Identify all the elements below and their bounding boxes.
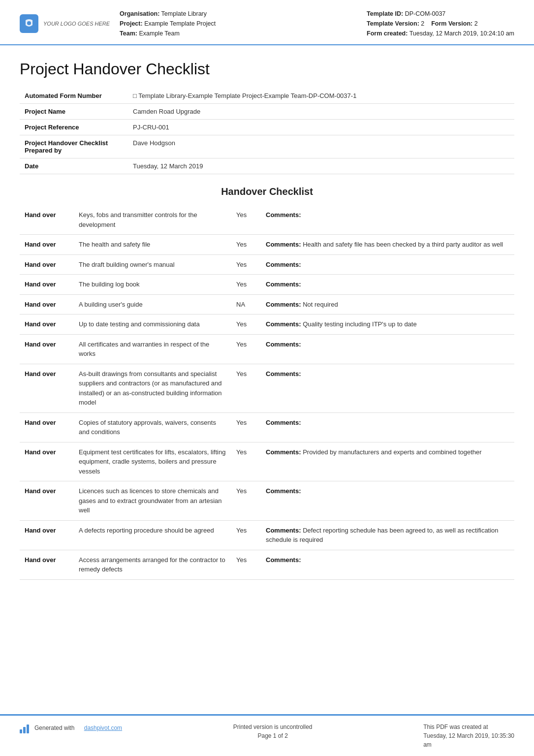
header-meta: Organisation: Template Library Project: … — [120, 9, 357, 38]
checklist-row: Hand overAll certificates and warranties… — [20, 334, 514, 364]
checklist-row: Hand overA building user's guideNACommen… — [20, 294, 514, 315]
svg-point-0 — [27, 21, 31, 25]
page: YOUR LOGO GOES HERE Organisation: Templa… — [0, 0, 534, 756]
header-right: Template ID: DP-COM-0037 Template Versio… — [367, 9, 514, 38]
comments-label: Comments: — [266, 211, 301, 219]
comments-label: Comments: — [266, 281, 301, 288]
checklist-description: Copies of statutory approvals, waivers, … — [74, 412, 231, 442]
checklist-handover-label: Hand over — [20, 412, 74, 442]
checklist-description: A building user's guide — [74, 294, 231, 315]
template-id-label: Template ID: — [367, 10, 403, 17]
checklist-description: All certificates and warranties in respe… — [74, 334, 231, 364]
info-label: Date — [20, 158, 128, 174]
team-label: Team: — [120, 30, 137, 37]
checklist-status: Yes — [231, 275, 261, 295]
template-version-value: 2 — [421, 20, 424, 27]
comments-value: Provided by manufacturers and experts an… — [303, 448, 482, 456]
comments-label: Comments: — [266, 320, 303, 328]
checklist-status: Yes — [231, 254, 261, 275]
template-id-value: DP-COM-0037 — [405, 10, 446, 17]
checklist-handover-label: Hand over — [20, 275, 74, 295]
checklist-description: Access arrangements arranged for the con… — [74, 550, 231, 579]
page-title: Project Handover Checklist — [20, 60, 514, 78]
checklist-comments: Comments: — [261, 481, 514, 521]
checklist-comments: Comments: Defect reporting schedule has … — [261, 520, 514, 550]
comments-label: Comments: — [266, 301, 303, 308]
form-version-label: Form Version: — [431, 20, 472, 27]
checklist-description: Equipment test certificates for lifts, e… — [74, 442, 231, 481]
checklist-row: Hand overCopies of statutory approvals, … — [20, 412, 514, 442]
checklist-status: Yes — [231, 412, 261, 442]
info-row: DateTuesday, 12 March 2019 — [20, 158, 514, 174]
comments-label: Comments: — [266, 241, 303, 248]
checklist-status: NA — [231, 294, 261, 315]
checklist-comments: Comments: Health and safety file has bee… — [261, 235, 514, 255]
checklist-handover-label: Hand over — [20, 315, 74, 335]
comments-label: Comments: — [266, 527, 303, 534]
checklist-row: Hand overA defects reporting procedure s… — [20, 520, 514, 550]
comments-label: Comments: — [266, 448, 303, 456]
checklist-handover-label: Hand over — [20, 294, 74, 315]
comments-label: Comments: — [266, 556, 301, 564]
comments-label: Comments: — [266, 487, 301, 495]
comments-label: Comments: — [266, 341, 301, 348]
footer: Generated with dashpivot.com Printed ver… — [0, 714, 534, 756]
checklist-comments: Comments: — [261, 205, 514, 235]
project-value: Example Template Project — [144, 20, 216, 27]
checklist-comments: Comments: — [261, 275, 514, 295]
checklist-row: Hand overAccess arrangements arranged fo… — [20, 550, 514, 579]
logo-area: YOUR LOGO GOES HERE — [20, 14, 110, 33]
info-row: Project Handover Checklist Prepared byDa… — [20, 135, 514, 158]
checklist-comments: Comments: — [261, 334, 514, 364]
form-created-row: Form created: Tuesday, 12 March 2019, 10… — [367, 29, 514, 38]
checklist-status: Yes — [231, 235, 261, 255]
checklist-row: Hand overUp to date testing and commissi… — [20, 315, 514, 335]
checklist-handover-label: Hand over — [20, 442, 74, 481]
info-row: Automated Form Number□ Template Library-… — [20, 88, 514, 104]
form-created-value: Tuesday, 12 March 2019, 10:24:10 am — [409, 30, 514, 37]
template-id-row: Template ID: DP-COM-0037 — [367, 9, 514, 19]
checklist-description: As-built drawings from consultants and s… — [74, 364, 231, 412]
checklist-description: The health and safety file — [74, 235, 231, 255]
info-value: Dave Hodgson — [128, 135, 514, 158]
info-value: PJ-CRU-001 — [128, 120, 514, 135]
checklist-comments: Comments: Quality testing including ITP'… — [261, 315, 514, 335]
header-team: Team: Example Team — [120, 29, 357, 38]
checklist-status: Yes — [231, 205, 261, 235]
checklist-status: Yes — [231, 520, 261, 550]
footer-generated-text: Generated with — [34, 724, 74, 731]
checklist-handover-label: Hand over — [20, 550, 74, 579]
checklist-row: Hand overThe building log bookYesComment… — [20, 275, 514, 295]
footer-uncontrolled: Printed version is uncontrolled — [233, 723, 313, 731]
project-label: Project: — [120, 20, 143, 27]
checklist-row: Hand overThe health and safety fileYesCo… — [20, 235, 514, 255]
logo-text: YOUR LOGO GOES HERE — [43, 21, 110, 27]
footer-pdf-line2: Tuesday, 12 March 2019, 10:35:30 — [423, 731, 514, 740]
footer-page: Page 1 of 2 — [233, 731, 313, 740]
checklist-comments: Comments: Not required — [261, 294, 514, 315]
checklist-comments: Comments: Provided by manufacturers and … — [261, 442, 514, 481]
checklist-handover-label: Hand over — [20, 334, 74, 364]
checklist-handover-label: Hand over — [20, 235, 74, 255]
organisation-label: Organisation: — [120, 10, 159, 17]
comments-label: Comments: — [266, 419, 301, 426]
checklist-row: Hand overEquipment test certificates for… — [20, 442, 514, 481]
checklist-comments: Comments: — [261, 364, 514, 412]
checklist-description: Up to date testing and commissioning dat… — [74, 315, 231, 335]
comments-label: Comments: — [266, 370, 301, 378]
checklist-row: Hand overThe draft building owner's manu… — [20, 254, 514, 275]
checklist-table: Hand overKeys, fobs and transmitter cont… — [20, 205, 514, 580]
footer-link[interactable]: dashpivot.com — [84, 724, 122, 731]
checklist-description: The draft building owner's manual — [74, 254, 231, 275]
checklist-status: Yes — [231, 334, 261, 364]
checklist-handover-label: Hand over — [20, 364, 74, 412]
comments-label: Comments: — [266, 261, 301, 268]
checklist-comments: Comments: — [261, 254, 514, 275]
checklist-comments: Comments: — [261, 412, 514, 442]
version-row: Template Version: 2 Form Version: 2 — [367, 19, 514, 29]
checklist-row: Hand overLicences such as licences to st… — [20, 481, 514, 521]
logo-icon — [20, 14, 38, 33]
checklist-description: A defects reporting procedure should be … — [74, 520, 231, 550]
checklist-description: The building log book — [74, 275, 231, 295]
info-label: Automated Form Number — [20, 88, 128, 104]
